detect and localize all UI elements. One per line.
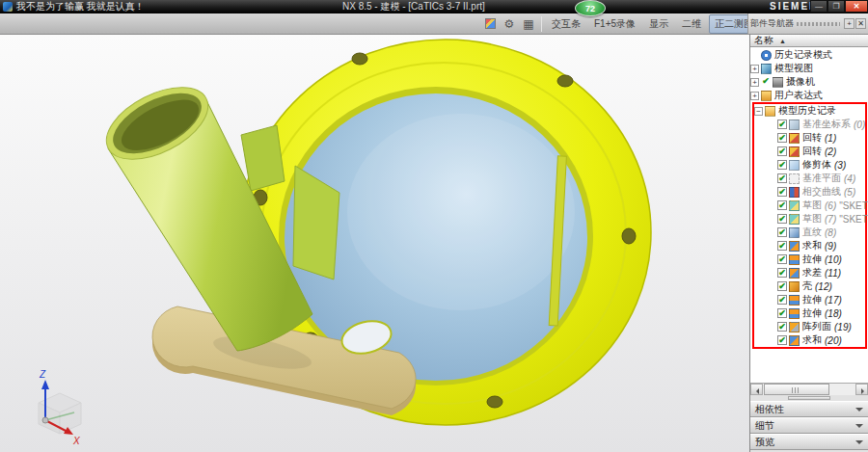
expand-icon[interactable]: + xyxy=(750,92,759,100)
toolbar-button[interactable]: 二维 xyxy=(676,14,707,34)
checkbox-checked-icon[interactable]: ✔ xyxy=(777,268,787,278)
tree-item-label: 壳 xyxy=(802,279,812,293)
maximize-button[interactable]: ❐ xyxy=(827,0,845,13)
bowl-highlight xyxy=(347,114,575,310)
tree-item[interactable]: ✔阵列面(19) xyxy=(754,320,865,333)
checkbox-checked-icon[interactable]: ✔ xyxy=(777,187,787,197)
revolve-icon xyxy=(789,133,800,144)
checkbox-checked-icon[interactable]: ✔ xyxy=(777,214,787,224)
folder-open-icon xyxy=(765,106,775,117)
tree-item[interactable]: +✔摄像机 xyxy=(750,75,868,89)
tree-item-label: 求和 xyxy=(802,333,822,347)
checkbox-checked-icon[interactable]: ✔ xyxy=(777,120,787,129)
section-dependencies[interactable]: 相依性 xyxy=(750,401,868,417)
feature-timestamp: (11) xyxy=(825,268,841,279)
horizontal-scrollbar[interactable] xyxy=(750,383,868,395)
app-icon xyxy=(3,2,13,12)
tree-item[interactable]: ✔拉伸(18) xyxy=(754,306,865,320)
toolbar-button[interactable]: 交互条 xyxy=(546,14,586,34)
section-details[interactable]: 细节 xyxy=(750,417,868,434)
checkbox-checked-icon[interactable]: ✔ xyxy=(777,200,787,210)
part-navigator-title: 部件导航器 xyxy=(750,17,794,30)
tree-item[interactable]: +用户表达式 xyxy=(750,89,868,102)
feature-timestamp: (3) xyxy=(834,160,846,171)
tree-item[interactable]: ✔修剪体(3) xyxy=(754,158,865,172)
tree-item[interactable]: +模型视图 xyxy=(750,62,868,75)
tree-item-label: 模型历史记录 xyxy=(778,104,836,118)
checkbox-checked-icon[interactable]: ✔ xyxy=(777,227,787,237)
checkbox-checked-icon[interactable]: ✔ xyxy=(777,322,787,332)
ruled-icon xyxy=(789,227,800,238)
model-views-icon xyxy=(761,64,772,74)
feature-timestamp: (10) xyxy=(825,254,842,265)
chevron-down-icon xyxy=(855,440,863,448)
tree-item-label: 基准坐标系 xyxy=(802,118,851,131)
pin-icon[interactable]: + xyxy=(844,18,854,29)
tree-item[interactable]: ✔回转(1) xyxy=(754,131,865,145)
tree-item[interactable]: ✔求和(9) xyxy=(754,239,865,253)
palette-icon[interactable] xyxy=(481,15,499,33)
grid-icon[interactable]: ▦ xyxy=(520,15,537,33)
tree-item-label: 拉伸 xyxy=(802,253,822,266)
gear-icon[interactable]: ⚙ xyxy=(501,15,518,33)
tree-item[interactable]: ✔壳(12) xyxy=(754,279,865,293)
title-bar[interactable]: 我不是为了输赢 我就是认真！ NX 8.5 - 建模 - [CaTICs 3-7… xyxy=(0,0,868,13)
checkbox-checked-icon[interactable]: ✔ xyxy=(777,308,787,318)
tree-item-label: 拉伸 xyxy=(802,293,822,306)
tree-item[interactable]: ✔直纹(8) xyxy=(754,226,865,239)
expand-icon[interactable]: + xyxy=(750,78,759,87)
checkbox-checked-icon[interactable]: ✔ xyxy=(777,281,787,291)
section-preview[interactable]: 预览 xyxy=(750,434,868,450)
tree-item[interactable]: ✔草图(6)"SKETCH_ xyxy=(754,199,865,212)
sort-ascending-icon[interactable]: ▲ xyxy=(779,38,786,44)
checkbox-checked-icon[interactable]: ✔ xyxy=(777,241,787,251)
sketch-icon xyxy=(789,214,800,225)
tree-item[interactable]: ✔求和(20) xyxy=(754,333,865,347)
feature-timestamp: (12) xyxy=(815,281,832,292)
scroll-right-icon[interactable] xyxy=(855,384,868,395)
tree-item[interactable]: ✔草图(7)"SKETCH_ xyxy=(754,212,865,226)
checkbox-checked-icon[interactable]: ✔ xyxy=(777,173,787,183)
feature-timestamp: (9) xyxy=(825,241,836,252)
tree-item[interactable]: ✔相交曲线(5) xyxy=(754,185,865,199)
revolve-icon xyxy=(789,146,800,157)
close-button[interactable]: ✕ xyxy=(845,0,868,13)
graphics-viewport[interactable]: Z X xyxy=(0,35,749,452)
feature-timestamp: (6) xyxy=(825,200,836,211)
tree-item[interactable]: 历史记录模式 xyxy=(750,48,868,62)
drag-handle-dots[interactable] xyxy=(797,22,840,26)
checkbox-checked-icon[interactable]: ✔ xyxy=(777,133,787,143)
overlay-speed-badge[interactable]: 72 xyxy=(575,0,606,16)
datum-plane-icon xyxy=(789,173,800,184)
toolbar-button[interactable]: 显示 xyxy=(643,14,674,34)
tree-item[interactable]: ✔拉伸(10) xyxy=(754,253,865,266)
toolbar-button[interactable]: F1+5录像 xyxy=(588,14,641,34)
tree-item[interactable]: ✔回转(2) xyxy=(754,145,865,158)
checkbox-checked-icon[interactable]: ✔ xyxy=(777,295,787,305)
feature-timestamp: (2) xyxy=(825,146,836,157)
tree-item-label: 直纹 xyxy=(802,226,822,239)
scrollbar-thumb[interactable] xyxy=(764,384,829,395)
tree-item[interactable]: −模型历史记录 xyxy=(754,104,865,118)
tree-item-label: 拉伸 xyxy=(802,306,822,320)
scroll-left-icon[interactable] xyxy=(750,384,763,395)
checkbox-checked-icon[interactable]: ✔ xyxy=(777,254,787,264)
tree-item[interactable]: ✔求差(11) xyxy=(754,266,865,279)
expand-icon[interactable]: + xyxy=(750,65,759,73)
tree-item[interactable]: ✔基准平面(4) xyxy=(754,172,865,185)
checkbox-checked-icon[interactable]: ✔ xyxy=(777,146,787,156)
tree-item[interactable]: ✔拉伸(17) xyxy=(754,293,865,306)
panel-close-icon[interactable]: ✕ xyxy=(855,18,866,29)
checkbox-checked-icon[interactable]: ✔ xyxy=(777,335,787,345)
tree-item[interactable]: ✔基准坐标系(0) xyxy=(754,118,865,131)
collapse-icon[interactable]: − xyxy=(754,107,763,116)
x-axis-label: X xyxy=(72,436,80,446)
feature-timestamp: (8) xyxy=(825,227,836,238)
column-header-name[interactable]: 名称 ▲ xyxy=(750,35,868,47)
part-navigator-header[interactable]: 部件导航器 + ✕ xyxy=(747,13,868,35)
checkbox-checked-icon[interactable]: ✔ xyxy=(777,160,787,170)
minimize-button[interactable]: — xyxy=(810,0,827,13)
part-navigator-panel: 名称 ▲ 历史记录模式+模型视图+✔摄像机+用户表达式 −模型历史记录✔基准坐标… xyxy=(749,35,868,452)
unite-icon xyxy=(789,241,800,252)
checkbox-checked-icon[interactable]: ✔ xyxy=(761,77,771,87)
